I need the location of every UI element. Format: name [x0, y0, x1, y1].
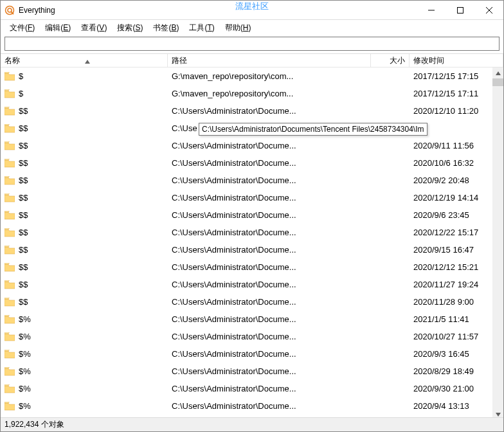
- table-row[interactable]: $$C:\Users\Administrator\Docume...2020/1…: [1, 258, 503, 276]
- menu-b[interactable]: 书签(B): [148, 21, 184, 35]
- folder-icon: [4, 211, 15, 220]
- row-path: C:\Users\Administrator\Docume...: [168, 366, 371, 376]
- folder-icon: [4, 315, 15, 324]
- row-name: $%: [19, 401, 31, 411]
- table-row[interactable]: $%C:\Users\Administrator\Docume...2020/9…: [1, 380, 503, 397]
- folder-icon: [4, 159, 15, 168]
- menu-e[interactable]: 编辑(E): [40, 21, 76, 35]
- row-date: 2020/10/27 11:57: [410, 332, 503, 341]
- menu-t[interactable]: 工具(T): [184, 21, 219, 35]
- row-path: C:\Users\Administrator\Docume...: [168, 297, 371, 307]
- row-date: 2020/9/15 16:47: [410, 245, 503, 255]
- folder-icon: [4, 367, 15, 376]
- table-row[interactable]: $$C:\Users\Administrator\Docume...2020/9…: [1, 206, 503, 224]
- column-headers: 名称 路径 大小 修改时间: [1, 53, 503, 68]
- search-input[interactable]: [4, 37, 500, 51]
- row-name: $%: [19, 349, 31, 359]
- table-row[interactable]: $$C:\Users\Administrator\Docume...2020/9…: [1, 137, 503, 154]
- titlebar[interactable]: Everything 流星社区: [1, 1, 503, 20]
- table-row[interactable]: $$C:\Users\Administrator\Docume...2020/9…: [1, 172, 503, 189]
- row-date: 2021/1/5 11:41: [410, 314, 503, 324]
- row-name: $: [19, 71, 23, 81]
- row-path: C:\Users\Administrator\Docume...: [168, 176, 371, 185]
- table-row[interactable]: $$C:\Users\Administrator\Docume...2020/1…: [1, 224, 503, 241]
- menu-f[interactable]: 文件(F): [4, 21, 40, 35]
- folder-icon: [4, 124, 15, 133]
- menu-v[interactable]: 查看(V): [76, 21, 112, 35]
- row-name: $$: [19, 158, 28, 168]
- status-text: 1,922,434 个对象: [4, 419, 64, 430]
- table-row[interactable]: $%C:\Users\Administrator\Docume...2021/1…: [1, 310, 503, 328]
- table-row[interactable]: $$C:\Users\Administrator\Docume...2020/1…: [1, 276, 503, 293]
- row-path: C:\Users\Administrator\Docume...: [168, 158, 371, 168]
- row-path: C:\Users\Administrator\Docume...: [168, 210, 371, 220]
- row-path: C:\Users\Administrator\Docume...: [168, 193, 371, 203]
- row-date: 2020/12/10 11:20: [410, 106, 503, 116]
- row-name: $$: [19, 245, 28, 255]
- window-title: Everything: [19, 6, 55, 15]
- statusbar: 1,922,434 个对象: [1, 417, 503, 431]
- table-row[interactable]: $%C:\Users\Administrator\Docume...2020/9…: [1, 345, 503, 363]
- scroll-thumb[interactable]: [492, 78, 503, 86]
- row-name: $$: [19, 176, 28, 185]
- folder-icon: [4, 332, 15, 341]
- table-row[interactable]: $%C:\Users\Administrator\Docume...2020/9…: [1, 397, 503, 415]
- vertical-scrollbar[interactable]: [492, 68, 503, 420]
- table-row[interactable]: $G:\maven_repo\repository\com...2017/12/…: [1, 68, 503, 85]
- folder-icon: [4, 402, 15, 411]
- row-path: C:\Users\Administrator\Docume...: [168, 228, 371, 237]
- folder-icon: [4, 384, 15, 393]
- column-size-header[interactable]: 大小: [371, 54, 410, 67]
- table-row[interactable]: $%C:\Users\Administrator\Docume...2020/8…: [1, 363, 503, 380]
- column-path-header[interactable]: 路径: [168, 54, 371, 67]
- column-name-label: 名称: [4, 55, 20, 66]
- column-size-label: 大小: [390, 55, 405, 66]
- scroll-up-button[interactable]: [492, 68, 503, 78]
- row-path: C:\Users\Administrator\Docume...: [168, 384, 371, 393]
- row-name: $$: [19, 210, 28, 220]
- folder-icon: [4, 298, 15, 307]
- folder-icon: [4, 141, 15, 150]
- maximize-button[interactable]: [446, 1, 474, 19]
- folder-icon: [4, 263, 15, 272]
- row-date: 2020/9/3 16:45: [410, 349, 503, 359]
- folder-icon: [4, 246, 15, 255]
- row-date: 2020/9/6 23:45: [410, 210, 503, 220]
- menu-h[interactable]: 帮助(H): [220, 21, 256, 35]
- row-path: C:\Users\Administrator\Docume...: [168, 349, 371, 359]
- row-date: 2020/12/12 15:21: [410, 262, 503, 272]
- folder-icon: [4, 194, 15, 203]
- row-date: 2020/12/22 15:17: [410, 228, 503, 237]
- table-row[interactable]: $$C:\Users\Administrator\Docume...2020/1…: [1, 189, 503, 206]
- folder-icon: [4, 107, 15, 116]
- row-date: 2020/9/11 11:56: [410, 141, 503, 150]
- table-row[interactable]: $G:\maven_repo\repository\com...2017/12/…: [1, 85, 503, 102]
- row-date: 2020/9/4 13:13: [410, 401, 503, 411]
- row-path: C:\Users\Administrator\Docume...: [168, 106, 371, 116]
- close-button[interactable]: [474, 1, 503, 19]
- minimize-button[interactable]: [417, 1, 446, 19]
- column-date-header[interactable]: 修改时间: [410, 54, 503, 67]
- table-row[interactable]: $$C:\Users\Administrator\Docume...2020/9…: [1, 241, 503, 258]
- folder-icon: [4, 350, 15, 359]
- column-date-label: 修改时间: [413, 55, 444, 66]
- row-name: $$: [19, 297, 28, 307]
- column-path-label: 路径: [172, 55, 187, 66]
- menu-s[interactable]: 搜索(S): [112, 21, 148, 35]
- row-name: $%: [19, 384, 31, 393]
- table-row[interactable]: $$C:\Users\Administrator\Docume...2020/1…: [1, 102, 503, 120]
- folder-icon: [4, 89, 15, 98]
- row-date: 2017/12/15 17:15: [410, 71, 503, 81]
- folder-icon: [4, 280, 15, 289]
- row-path: C:\Users\Administrator\Docume...: [168, 245, 371, 255]
- table-row[interactable]: $%C:\Users\Administrator\Docume...2020/1…: [1, 328, 503, 345]
- row-name: $: [19, 89, 23, 98]
- column-name-header[interactable]: 名称: [1, 54, 168, 67]
- row-path: C:\Users\Administrator\Docume...: [168, 314, 371, 324]
- table-row[interactable]: $$C:\Users\Administrator\Docume...2020/1…: [1, 293, 503, 310]
- row-name: $%: [19, 366, 31, 376]
- row-path: C:\Users\Administrator\Docume...: [168, 262, 371, 272]
- row-date: 2020/9/2 20:48: [410, 176, 503, 185]
- table-row[interactable]: $$C:\Users\Administrator\Docume...2020/1…: [1, 154, 503, 172]
- row-name: $$: [19, 106, 28, 116]
